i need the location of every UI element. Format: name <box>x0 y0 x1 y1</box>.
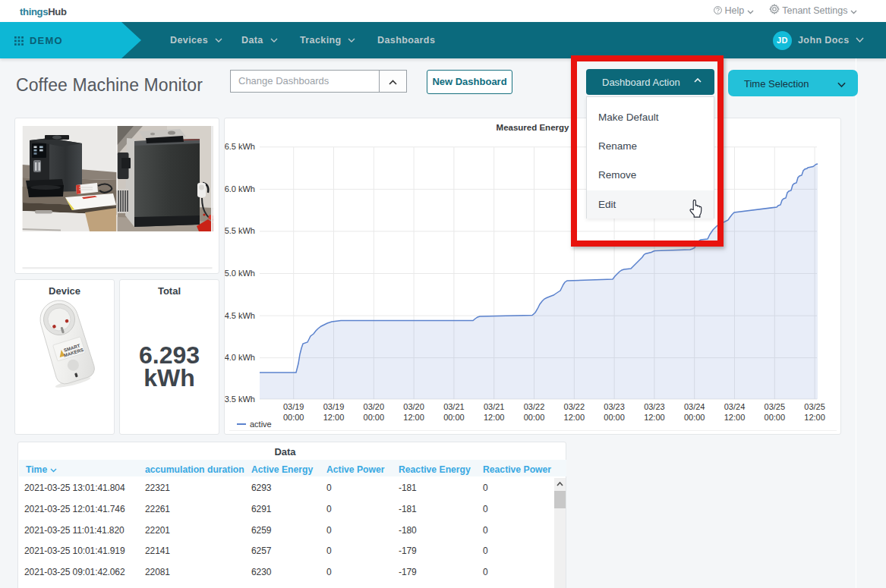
svg-text:03/19: 03/19 <box>283 402 304 411</box>
svg-text:00:00: 00:00 <box>684 413 705 422</box>
svg-text:03/23: 03/23 <box>604 402 625 411</box>
svg-text:12:00: 12:00 <box>403 413 424 422</box>
svg-text:5.0 kWh: 5.0 kWh <box>225 269 255 278</box>
svg-text:00:00: 00:00 <box>604 413 625 422</box>
svg-text:4.5 kWh: 4.5 kWh <box>225 311 255 320</box>
svg-text:00:00: 00:00 <box>443 413 465 422</box>
svg-text:03/21: 03/21 <box>484 402 505 411</box>
svg-text:6.0 kWh: 6.0 kWh <box>225 184 255 193</box>
svg-text:12:00: 12:00 <box>484 413 505 422</box>
svg-text:03/20: 03/20 <box>403 402 424 411</box>
svg-text:03/20: 03/20 <box>364 402 385 411</box>
svg-text:12:00: 12:00 <box>564 413 585 422</box>
svg-text:00:00: 00:00 <box>283 413 304 422</box>
svg-text:00:00: 00:00 <box>765 413 786 422</box>
svg-text:03/22: 03/22 <box>564 402 585 411</box>
svg-text:6.5 kWh: 6.5 kWh <box>225 142 255 151</box>
svg-text:03/24: 03/24 <box>684 402 705 411</box>
svg-text:03/25: 03/25 <box>804 402 825 411</box>
svg-text:03/19: 03/19 <box>323 402 345 411</box>
svg-text:3.5 kWh: 3.5 kWh <box>225 395 255 404</box>
svg-text:03/25: 03/25 <box>765 402 786 411</box>
svg-text:03/21: 03/21 <box>443 402 465 411</box>
svg-text:03/22: 03/22 <box>524 402 545 411</box>
svg-text:03/23: 03/23 <box>644 402 665 411</box>
svg-text:12:00: 12:00 <box>804 413 825 422</box>
svg-text:4.0 kWh: 4.0 kWh <box>225 353 255 362</box>
svg-text:03/24: 03/24 <box>724 402 746 411</box>
svg-text:5.5 kWh: 5.5 kWh <box>225 226 255 235</box>
svg-text:00:00: 00:00 <box>364 413 385 422</box>
svg-text:00:00: 00:00 <box>524 413 545 422</box>
svg-text:active: active <box>250 420 272 429</box>
svg-text:12:00: 12:00 <box>644 413 665 422</box>
svg-text:12:00: 12:00 <box>323 413 345 422</box>
svg-text:12:00: 12:00 <box>724 413 746 422</box>
